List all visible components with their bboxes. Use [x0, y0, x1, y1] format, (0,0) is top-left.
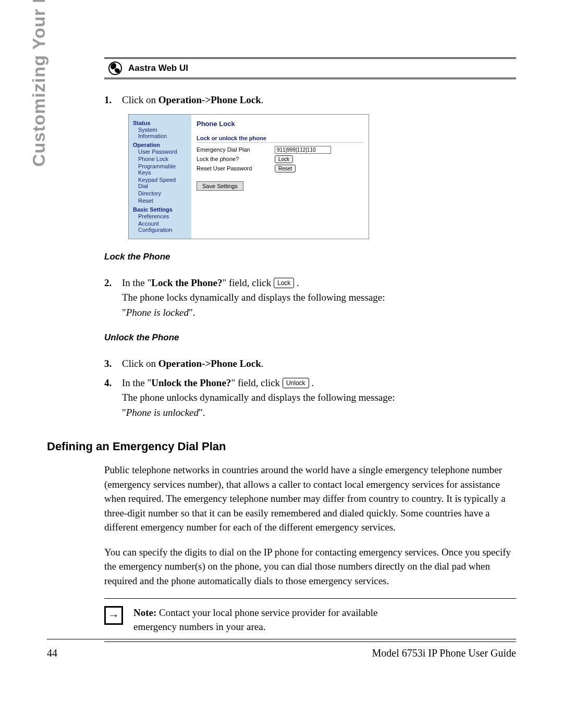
webui-banner: Aastra Web UI	[104, 57, 516, 79]
note-rule-top	[104, 598, 516, 599]
model-label: Model 6753i IP Phone User Guide	[372, 647, 516, 659]
sidebar-section-operation[interactable]: Operation	[133, 142, 187, 148]
text: Click on	[122, 94, 158, 105]
paragraph-1: Public telephone networks in countries a…	[104, 463, 516, 535]
subheading-unlock: Unlock the Phone	[104, 332, 516, 343]
text: " field, click	[222, 277, 274, 288]
sidebar-item-programmable-keys[interactable]: Programmable Keys	[138, 163, 187, 176]
step-number: 1.	[104, 93, 117, 108]
content-area: Aastra Web UI 1. Click on Operation->Pho…	[47, 57, 516, 650]
text: ".	[189, 307, 195, 318]
text: .	[309, 377, 314, 388]
bold: Lock the Phone?	[151, 277, 222, 288]
sidebar-item-preferences[interactable]: Preferences	[138, 213, 187, 220]
webui-main: Phone Lock Lock or unlock the phone Emer…	[191, 115, 369, 239]
save-settings-button[interactable]: Save Settings	[197, 181, 243, 191]
note-block: → Note: Contact your local phone service…	[104, 598, 516, 641]
italic: Phone is unlocked	[126, 407, 199, 418]
nav-path: Operation->Phone Lock	[158, 94, 261, 105]
label: Emergency Dial Plan	[197, 146, 275, 153]
lock-button[interactable]: Lock	[275, 155, 293, 163]
sidebar-item-system-info[interactable]: System Information	[138, 126, 187, 140]
row-emergency-dial-plan: Emergency Dial Plan	[197, 146, 363, 154]
sidebar-section-basic[interactable]: Basic Settings	[133, 206, 187, 213]
sidebar-item-account-config[interactable]: Account Configuration	[138, 220, 187, 233]
text: In the "	[122, 277, 151, 288]
footer-rule	[47, 639, 516, 639]
reset-button[interactable]: Reset	[275, 165, 296, 172]
row-reset-password: Reset User Password Reset	[197, 165, 363, 172]
step-number: 3.	[104, 356, 117, 372]
step-4: 4. In the "Unlock the Phone?" field, cli…	[104, 376, 516, 421]
unlock-button-inline: Unlock	[283, 378, 309, 388]
steps-list-1: 1. Click on Operation->Phone Lock.	[104, 93, 516, 108]
page: Customizing Your Phone Aastra Web UI 1. …	[0, 0, 563, 728]
text: .	[261, 94, 264, 105]
text: .	[261, 358, 264, 369]
text: The phone locks dynamically and displays…	[122, 292, 385, 303]
subheading-lock: Lock the Phone	[104, 252, 516, 262]
sidebar-item-phone-lock[interactable]: Phone Lock	[138, 155, 187, 163]
sidebar-item-user-password[interactable]: User Password	[138, 148, 187, 155]
sidebar-section-status[interactable]: Status	[133, 120, 187, 126]
page-number: 44	[47, 647, 57, 659]
webui-title: Phone Lock	[197, 120, 363, 128]
banner-label: Aastra Web UI	[128, 63, 188, 73]
step-body: In the "Unlock the Phone?" field, click …	[122, 376, 516, 421]
bold: Unlock the Phone?	[151, 377, 231, 388]
page-footer: 44 Model 6753i IP Phone User Guide	[47, 647, 516, 659]
sidebar-item-directory[interactable]: Directory	[138, 190, 187, 197]
paragraph-2: You can specify the digits to dial on th…	[104, 545, 516, 588]
text: .	[294, 277, 299, 288]
label: Lock the phone?	[197, 156, 275, 162]
italic: Phone is locked	[126, 307, 189, 318]
chapter-side-title: Customizing Your Phone	[29, 0, 49, 167]
arrow-icon: →	[104, 606, 123, 625]
step-number: 2.	[104, 276, 117, 320]
section-heading-dial-plan: Defining an Emergency Dial Plan	[47, 440, 516, 453]
webui-sidebar: Status System Information Operation User…	[129, 115, 191, 239]
steps-list-3: 3. Click on Operation->Phone Lock. 4. In…	[104, 356, 516, 420]
emergency-dial-plan-input[interactable]	[275, 146, 331, 154]
step-body: Click on Operation->Phone Lock.	[122, 93, 516, 108]
step-body: In the "Lock the Phone?" field, click Lo…	[122, 276, 516, 320]
text: " field, click	[231, 377, 283, 388]
globe-icon	[108, 61, 122, 75]
sidebar-item-keypad-speed-dial[interactable]: Keypad Speed Dial	[138, 176, 187, 190]
text: In the "	[122, 377, 151, 388]
text: The phone unlocks dynamically and displa…	[122, 392, 395, 403]
text: "	[122, 307, 126, 318]
note-text: Note: Contact your local phone service p…	[133, 606, 384, 634]
nav-path: Operation->Phone Lock	[158, 358, 261, 369]
lock-button-inline: Lock	[274, 278, 294, 288]
text: Click on	[122, 358, 158, 369]
note-bold: Note:	[133, 607, 156, 618]
webui-screenshot: Status System Information Operation User…	[128, 114, 369, 239]
step-body: Click on Operation->Phone Lock.	[122, 356, 516, 372]
note-rule-bottom	[104, 641, 516, 642]
webui-subhead: Lock or unlock the phone	[197, 135, 363, 143]
note-row: → Note: Contact your local phone service…	[104, 602, 516, 638]
step-number: 4.	[104, 376, 117, 421]
step-3: 3. Click on Operation->Phone Lock.	[104, 356, 516, 372]
text: ".	[199, 407, 205, 418]
steps-list-2: 2. In the "Lock the Phone?" field, click…	[104, 276, 516, 320]
step-1: 1. Click on Operation->Phone Lock.	[104, 93, 516, 108]
text: "	[122, 407, 126, 418]
row-lock-phone: Lock the phone? Lock	[197, 155, 363, 163]
label: Reset User Password	[197, 165, 275, 171]
step-2: 2. In the "Lock the Phone?" field, click…	[104, 276, 516, 320]
sidebar-item-reset[interactable]: Reset	[138, 197, 187, 204]
note-body: Contact your local phone service provide…	[133, 607, 377, 632]
